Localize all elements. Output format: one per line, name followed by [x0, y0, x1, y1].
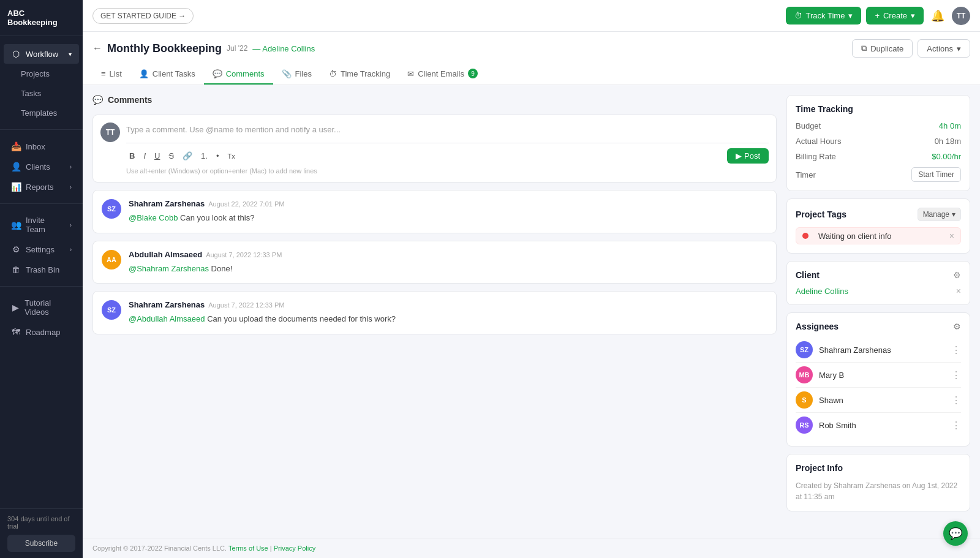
project-tags-panel: Project Tags Manage ▾ Waiting on client … — [786, 198, 970, 254]
chat-fab-button[interactable]: 💬 — [943, 521, 968, 546]
ordered-list-button[interactable]: 1. — [198, 149, 211, 162]
manage-tags-button[interactable]: Manage ▾ — [918, 208, 961, 221]
privacy-link[interactable]: Privacy Policy — [274, 545, 315, 552]
bold-button[interactable]: B — [126, 149, 138, 162]
page: ← Monthly Bookkeeping Jul '22 — Adeline … — [83, 32, 980, 558]
timer-row: Timer Start Timer — [796, 167, 961, 182]
remove-tag-button[interactable]: × — [949, 231, 954, 241]
hint-text: Use alt+enter (Windows) or option+enter … — [126, 167, 769, 175]
tab-client-emails[interactable]: ✉ Client Emails 9 — [399, 64, 486, 85]
user-avatar-button[interactable]: TT — [952, 7, 970, 25]
duplicate-icon: ⧉ — [861, 43, 867, 53]
track-time-button[interactable]: ⏱ Track Time ▾ — [786, 7, 862, 25]
comment-body-text: Can you upload the documents needed for … — [207, 314, 396, 323]
post-button[interactable]: ▶ Post — [727, 148, 769, 164]
comment-meta: Shahram Zarshenas August 7, 2022 12:33 P… — [129, 300, 767, 309]
tab-client-tasks[interactable]: 👤 Client Tasks — [130, 64, 204, 85]
create-button[interactable]: + Create ▾ — [866, 7, 924, 25]
plus-icon: + — [875, 11, 880, 20]
files-icon: 📎 — [282, 69, 292, 78]
tab-list[interactable]: ≡ List — [92, 64, 130, 85]
project-tags-header: Project Tags Manage ▾ — [796, 208, 961, 221]
assignee-menu-button[interactable]: ⋮ — [951, 344, 961, 356]
assignee-name: Rob Smith — [819, 421, 945, 430]
post-icon: ▶ — [736, 151, 742, 160]
budget-row: Budget 4h 0m — [796, 121, 961, 130]
app-logo: ABC Bookkeeping — [0, 0, 83, 36]
inbox-icon: 📥 — [11, 141, 21, 151]
timer-label: Timer — [796, 170, 816, 179]
page-date: Jul '22 — [227, 44, 247, 53]
list-icon: ≡ — [101, 69, 106, 78]
underline-button[interactable]: U — [151, 149, 163, 162]
mention[interactable]: @Blake Cobb — [129, 213, 178, 222]
actual-hours-label: Actual Hours — [796, 137, 841, 146]
sidebar-item-invite-team[interactable]: 👥 Invite Team › — [4, 211, 79, 239]
client-tasks-icon: 👤 — [139, 69, 149, 78]
comment-input-box: TT Type a comment. Use @name to mention … — [92, 115, 777, 183]
bullet-list-button[interactable]: • — [213, 149, 222, 162]
page-client[interactable]: — Adeline Collins — [252, 44, 315, 53]
chevron-icon: › — [70, 222, 72, 228]
tab-time-tracking[interactable]: ⏱ Time Tracking — [320, 64, 399, 85]
sidebar-item-roadmap[interactable]: 🗺 Roadmap — [4, 322, 79, 342]
assignee-menu-button[interactable]: ⋮ — [951, 369, 961, 381]
assignees-panel: Assignees ⚙ SZ Shahram Zarshenas ⋮ MB — [786, 312, 970, 447]
tutorial-icon: ▶ — [11, 303, 20, 312]
sidebar-item-trash[interactable]: 🗑 Trash Bin — [4, 260, 79, 279]
actions-button[interactable]: Actions ▾ — [918, 39, 970, 58]
sidebar-item-tasks[interactable]: Tasks — [4, 84, 79, 103]
billing-rate-row: Billing Rate $0.00/hr — [796, 152, 961, 161]
start-timer-button[interactable]: Start Timer — [911, 167, 961, 182]
get-started-button[interactable]: GET STARTED GUIDE → — [92, 8, 194, 24]
comment-time: August 7, 2022 12:33 PM — [208, 301, 284, 309]
strikethrough-button[interactable]: S — [165, 149, 177, 162]
mention[interactable]: @Abdullah Almsaeed — [129, 314, 205, 323]
client-emails-badge: 9 — [468, 69, 478, 78]
topbar: GET STARTED GUIDE → ⏱ Track Time ▾ + Cre… — [83, 0, 980, 32]
comment-input-area: Type a comment. Use @name to mention and… — [126, 123, 769, 175]
sidebar-item-tutorials[interactable]: ▶ Tutorial Videos — [4, 293, 79, 322]
comment-avatar: AA — [102, 250, 121, 270]
sidebar-nav: ⬡ Workflow ▾ Projects Tasks Templates 📥 … — [0, 36, 83, 508]
tab-comments[interactable]: 💬 Comments — [204, 64, 273, 85]
notification-button[interactable]: 🔔 — [929, 7, 947, 25]
comment-placeholder[interactable]: Type a comment. Use @name to mention and… — [126, 123, 769, 137]
sidebar-item-reports[interactable]: 📊 Reports › — [4, 177, 79, 197]
actual-hours-row: Actual Hours 0h 18m — [796, 137, 961, 146]
comments-header: 💬 Comments — [92, 95, 777, 105]
remove-client-button[interactable]: × — [956, 286, 961, 296]
client-settings-button[interactable]: ⚙ — [953, 270, 961, 280]
assignee-menu-button[interactable]: ⋮ — [951, 420, 961, 431]
mention[interactable]: @Shahram Zarshenas — [129, 264, 209, 273]
settings-icon: ⚙ — [11, 244, 21, 254]
assignees-settings-button[interactable]: ⚙ — [953, 322, 961, 331]
duplicate-button[interactable]: ⧉ Duplicate — [852, 39, 913, 58]
tab-files[interactable]: 📎 Files — [273, 64, 320, 85]
back-button[interactable]: ← — [92, 43, 102, 54]
italic-button[interactable]: I — [140, 149, 149, 162]
client-name[interactable]: Adeline Collins — [796, 287, 848, 296]
subscribe-button[interactable]: Subscribe — [7, 535, 75, 552]
link-button[interactable]: 🔗 — [179, 149, 195, 162]
sidebar-item-workflow[interactable]: ⬡ Workflow ▾ — [4, 44, 79, 64]
sidebar-item-inbox[interactable]: 📥 Inbox — [4, 137, 79, 156]
comment-author: Abdullah Almsaeed — [129, 250, 202, 259]
sidebar-item-projects[interactable]: Projects — [4, 64, 79, 83]
assignee-menu-button[interactable]: ⋮ — [951, 394, 961, 406]
sidebar-item-label: Reports — [26, 183, 54, 192]
client-title: Client — [796, 270, 820, 280]
chevron-down-icon: ▾ — [911, 11, 915, 20]
terms-link[interactable]: Terms of Use — [228, 545, 268, 552]
sidebar-item-settings[interactable]: ⚙ Settings › — [4, 239, 79, 259]
topbar-left: GET STARTED GUIDE → — [92, 8, 194, 24]
sidebar-bottom: 304 days until end of trial Subscribe — [0, 508, 83, 558]
sidebar-item-templates[interactable]: Templates — [4, 104, 79, 123]
copyright-text: Copyright © 2017-2022 Financial Cents LL… — [92, 545, 227, 552]
sidebar-item-label: Trash Bin — [26, 265, 59, 274]
comment-body-text: Can you look at this? — [180, 213, 254, 222]
trial-text: 304 days until end of trial — [7, 515, 75, 530]
clear-format-button[interactable]: Tx — [224, 151, 238, 162]
sidebar-item-clients[interactable]: 👤 Clients › — [4, 157, 79, 176]
budget-value: 4h 0m — [939, 121, 961, 130]
